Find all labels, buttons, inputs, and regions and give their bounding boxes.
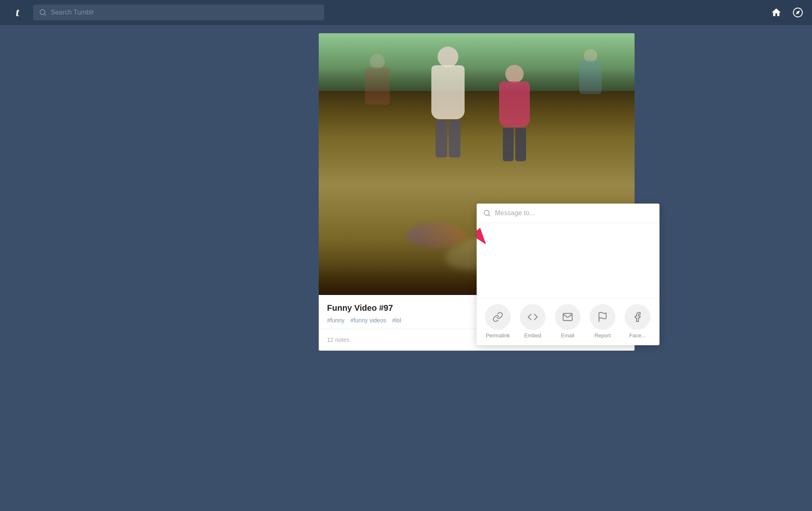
permalink-label: Permalink [486, 332, 510, 339]
post-notes: 12 notes [327, 337, 349, 343]
svg-line-7 [488, 214, 490, 216]
tag-funny-videos[interactable]: #funny videos [350, 317, 386, 324]
facebook-label: Face... [629, 332, 646, 339]
header-nav [770, 7, 804, 18]
share-action-permalink[interactable]: Permalink [483, 304, 512, 339]
share-search-icon [483, 209, 491, 217]
main-content: 😂 [0, 0, 812, 351]
tag-funny[interactable]: #funny [327, 317, 344, 324]
email-button[interactable] [555, 304, 581, 330]
post-card: Funny Video #97 #funny #funny videos #lo… [319, 33, 635, 351]
explore-icon[interactable] [792, 7, 804, 18]
facebook-button[interactable] [625, 304, 650, 330]
share-search-bar [477, 204, 659, 223]
email-label: Email [561, 332, 575, 339]
share-action-email[interactable]: Email [553, 304, 582, 339]
share-actions-bar: Permalink Embed [477, 298, 659, 345]
report-label: Report [594, 332, 610, 339]
search-icon [39, 9, 47, 16]
share-results-area [477, 223, 659, 298]
share-action-facebook[interactable]: Face... [623, 304, 652, 339]
main-header: t [0, 0, 812, 25]
share-message-input[interactable] [495, 209, 653, 217]
permalink-button[interactable] [485, 304, 511, 330]
share-action-embed[interactable]: Embed [518, 304, 547, 339]
share-popup: Permalink Embed [477, 204, 659, 345]
tumblr-logo[interactable]: t [8, 3, 27, 22]
svg-marker-3 [796, 10, 800, 14]
report-button[interactable] [590, 304, 615, 330]
logo-text: t [16, 6, 19, 19]
embed-label: Embed [524, 332, 541, 339]
tag-lol[interactable]: #lol [392, 317, 401, 324]
home-icon[interactable] [770, 7, 782, 18]
search-input[interactable] [51, 9, 318, 16]
svg-line-1 [44, 14, 45, 15]
embed-button[interactable] [520, 304, 546, 330]
share-action-report[interactable]: Report [588, 304, 617, 339]
search-bar [33, 5, 324, 20]
